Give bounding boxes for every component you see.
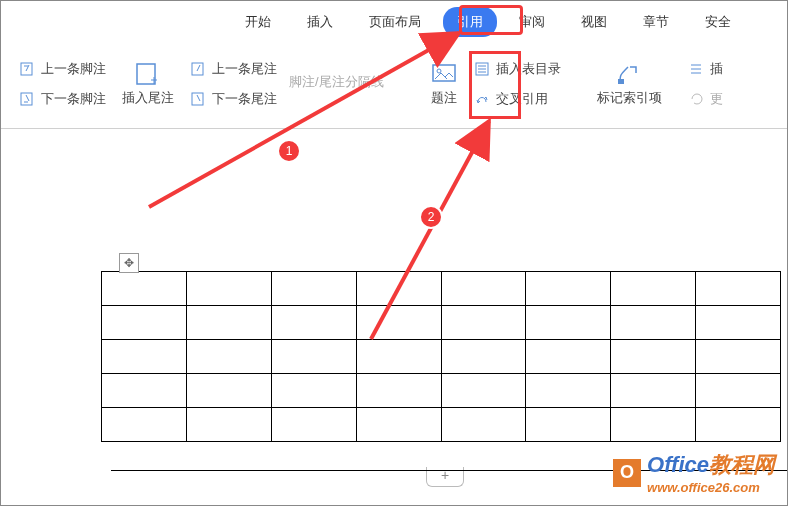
mark-index-label: 标记索引项: [597, 89, 662, 107]
insert-endnote-icon: [134, 61, 162, 87]
prev-footnote-button[interactable]: 上一条脚注: [19, 60, 106, 78]
highlight-caption-button: [469, 51, 521, 119]
mark-index-icon: [615, 61, 643, 87]
tab-chapter[interactable]: 章节: [629, 7, 683, 37]
update-partial-button[interactable]: 更: [688, 90, 723, 108]
refresh-icon: [688, 91, 706, 107]
tab-view[interactable]: 视图: [567, 7, 621, 37]
caption-button[interactable]: 题注: [420, 61, 468, 107]
prev-footnote-icon: [19, 61, 37, 77]
watermark-brand: Office: [647, 452, 709, 477]
separator-button[interactable]: 脚注/尾注分隔线: [289, 73, 384, 91]
next-endnote-icon: [190, 91, 208, 107]
svg-rect-5: [433, 65, 455, 81]
tab-security[interactable]: 安全: [691, 7, 745, 37]
next-footnote-label: 下一条脚注: [41, 90, 106, 108]
ribbon: 上一条脚注 下一条脚注 插入尾注 上一条尾注 下一条尾注: [1, 39, 787, 129]
prev-endnote-label: 上一条尾注: [212, 60, 277, 78]
prev-endnote-button[interactable]: 上一条尾注: [190, 60, 277, 78]
tab-layout[interactable]: 页面布局: [355, 7, 435, 37]
insert-partial-label: 插: [710, 60, 723, 78]
highlight-reference-tab: [459, 5, 523, 35]
list-icon: [688, 61, 706, 77]
insert-partial-button[interactable]: 插: [688, 60, 723, 78]
watermark: O Office教程网 www.office26.com: [613, 450, 775, 495]
prev-footnote-label: 上一条脚注: [41, 60, 106, 78]
tab-start[interactable]: 开始: [231, 7, 285, 37]
separator-label: 脚注/尾注分隔线: [289, 73, 384, 91]
svg-rect-8: [618, 79, 624, 84]
watermark-url: www.office26.com: [647, 480, 775, 495]
insert-endnote-button[interactable]: 插入尾注: [112, 61, 184, 107]
table-move-handle[interactable]: ✥: [119, 253, 139, 273]
watermark-logo-icon: O: [613, 459, 641, 487]
svg-rect-4: [192, 93, 203, 105]
document-table[interactable]: [101, 271, 781, 442]
svg-point-6: [437, 69, 441, 73]
caption-label: 题注: [431, 89, 457, 107]
annotation-badge-2: 2: [419, 205, 443, 229]
tab-bar: 开始 插入 页面布局 引用 审阅 视图 章节 安全: [1, 1, 787, 39]
watermark-brand-cn: 教程网: [709, 452, 775, 477]
mark-index-button[interactable]: 标记索引项: [587, 61, 672, 107]
tab-insert[interactable]: 插入: [293, 7, 347, 37]
prev-endnote-icon: [190, 61, 208, 77]
svg-rect-2: [137, 64, 155, 84]
insert-endnote-label: 插入尾注: [122, 89, 174, 107]
update-partial-label: 更: [710, 90, 723, 108]
document-area[interactable]: ✥: [101, 271, 787, 442]
next-footnote-button[interactable]: 下一条脚注: [19, 90, 106, 108]
next-endnote-button[interactable]: 下一条尾注: [190, 90, 277, 108]
caption-icon: [430, 61, 458, 87]
annotation-badge-1: 1: [277, 139, 301, 163]
next-footnote-icon: [19, 91, 37, 107]
svg-rect-1: [21, 93, 32, 105]
next-endnote-label: 下一条尾注: [212, 90, 277, 108]
